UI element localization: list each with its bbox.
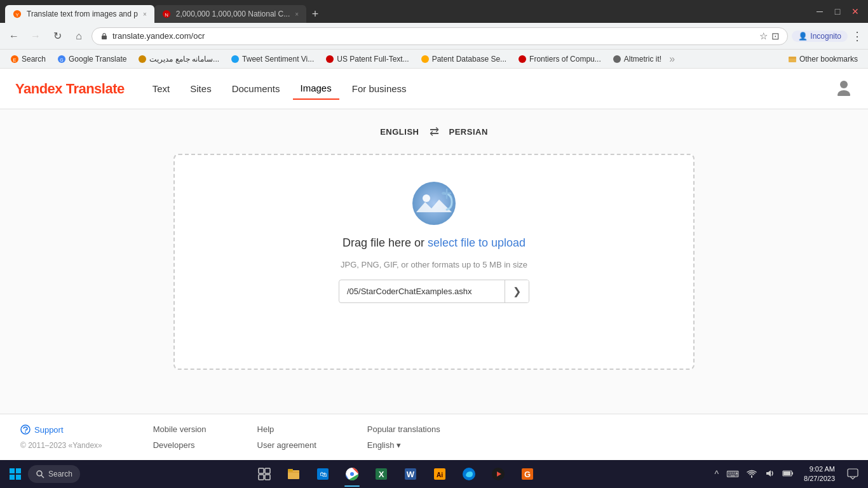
taskbar-clock[interactable]: 9:02 AM 8/27/2023 <box>799 464 840 484</box>
taskbar-app-illustrator[interactable]: Ai <box>426 460 454 488</box>
taskbar-app-store[interactable]: 🛍 <box>309 460 337 488</box>
notification-icon <box>847 468 858 480</box>
footer-col-3: Help User agreement <box>257 424 316 450</box>
svg-text:Y: Y <box>15 12 19 18</box>
bookmark-altmetric[interactable]: Altmetric it! <box>607 53 667 65</box>
target-language-button[interactable]: PERSIAN <box>449 127 488 137</box>
svg-point-17 <box>837 90 850 96</box>
drag-text-before: Drag file here or <box>342 236 428 249</box>
wifi-icon <box>747 468 757 478</box>
language-selector-footer[interactable]: English ▾ <box>367 440 440 450</box>
user-agreement-link[interactable]: User agreement <box>257 440 316 450</box>
tab-bar: Y Translate text from images and p × N 2… <box>5 0 810 23</box>
start-button[interactable] <box>5 464 25 484</box>
developers-link[interactable]: Developers <box>153 440 207 450</box>
yandex-header: Yandex Translate Text Sites Documents Im… <box>0 69 868 109</box>
network-icon[interactable] <box>744 467 759 482</box>
tab-close-2[interactable]: × <box>295 11 299 18</box>
other-bookmarks[interactable]: Other bookmarks <box>783 53 863 65</box>
source-language-button[interactable]: ENGLISH <box>380 127 419 137</box>
tab-documents[interactable]: Documents <box>224 78 288 99</box>
taskbar-app-taskview[interactable] <box>250 460 278 488</box>
tab-for-business[interactable]: For business <box>344 78 414 99</box>
select-file-link[interactable]: select file to upload <box>428 236 526 249</box>
forward-button[interactable]: → <box>27 27 44 45</box>
svg-text:X: X <box>379 470 384 479</box>
browser-menu-button[interactable]: ⋮ <box>851 29 863 43</box>
taskbar-app-edge[interactable] <box>455 460 483 488</box>
taskbar-app-9[interactable]: G <box>513 460 541 488</box>
bookmark-tweet[interactable]: Tweet Sentiment Vi... <box>226 53 319 65</box>
keyboard-icon[interactable]: ⌨ <box>724 468 742 480</box>
bookmark-favicon-google: G <box>57 55 66 64</box>
taskbar-app-media-player[interactable] <box>484 460 512 488</box>
bookmark-samane[interactable]: سامانه جامع مدیریت... <box>133 53 224 65</box>
mobile-version-link[interactable]: Mobile version <box>153 424 207 434</box>
taskbar-app-chrome[interactable] <box>338 460 366 488</box>
svg-point-13 <box>519 55 526 63</box>
svg-rect-24 <box>10 475 15 480</box>
swap-languages-icon[interactable]: ⇄ <box>430 125 439 139</box>
address-bar[interactable]: translate.yandex.com/ocr ☆ ⊡ <box>92 27 788 45</box>
bookmark-patent-db[interactable]: Patent Database Se... <box>416 53 512 65</box>
bookmark-search[interactable]: E Search <box>5 53 51 65</box>
svg-rect-29 <box>265 468 270 473</box>
home-button[interactable]: ⌂ <box>70 27 88 45</box>
file-path-input[interactable] <box>339 281 505 301</box>
tab-sites[interactable]: Sites <box>182 78 219 99</box>
windows-logo-icon <box>9 468 22 480</box>
svg-text:Ai: Ai <box>437 471 443 478</box>
popular-translations-link[interactable]: Popular translations <box>367 424 440 434</box>
battery-icon[interactable] <box>780 468 796 480</box>
bookmark-patent[interactable]: US Patent Full-Text... <box>320 53 414 65</box>
taskbar-app-word[interactable]: W <box>397 460 424 488</box>
user-account-icon[interactable] <box>835 78 853 100</box>
svg-point-11 <box>326 55 334 63</box>
close-button[interactable]: ✕ <box>848 4 863 19</box>
svg-point-16 <box>840 81 848 88</box>
taskbar-search-bar[interactable]: Search <box>28 465 80 483</box>
help-link[interactable]: Help <box>257 424 316 434</box>
address-icons: ☆ ⊡ <box>759 30 780 42</box>
back-button[interactable]: ← <box>5 27 23 45</box>
tab-text[interactable]: Text <box>145 78 178 99</box>
minimize-button[interactable]: ─ <box>812 4 827 19</box>
svg-rect-23 <box>16 468 21 473</box>
svg-line-27 <box>41 475 44 478</box>
taskbar-tray: ^ ⌨ <box>712 467 796 482</box>
support-icon <box>20 424 31 435</box>
refresh-button[interactable]: ↻ <box>48 27 66 45</box>
bookmark-label-google: Google Translate <box>69 55 126 64</box>
tab-close-1[interactable]: × <box>143 11 147 18</box>
star-icon[interactable]: ☆ <box>759 30 768 42</box>
taskbar-app-explorer[interactable] <box>280 460 308 488</box>
bookmarks-overflow-icon[interactable]: » <box>669 53 675 65</box>
taskbar-app-excel[interactable]: X <box>367 460 395 488</box>
show-hidden-icons-button[interactable]: ^ <box>712 468 721 480</box>
file-formats-text: JPG, PNG, GIF, or other formats up to 5 … <box>341 260 527 269</box>
maximize-button[interactable]: □ <box>830 4 845 19</box>
bookmark-favicon-altmetric <box>613 55 621 64</box>
bookmark-google-translate[interactable]: G Google Translate <box>52 53 132 65</box>
tab-images[interactable]: Images <box>293 78 339 100</box>
image-drop-zone[interactable]: Drag file here or select file to upload … <box>173 154 695 370</box>
logo-text: Yandex Translate <box>15 81 125 97</box>
new-tab-button[interactable]: + <box>306 5 324 23</box>
support-link[interactable]: Support <box>20 424 102 435</box>
svg-rect-33 <box>288 469 293 471</box>
volume-icon[interactable] <box>762 467 777 482</box>
app-content: Yandex Translate Text Sites Documents Im… <box>0 69 868 460</box>
tab-active[interactable]: Y Translate text from images and p × <box>5 5 154 23</box>
profile-button[interactable]: 👤 Incognito <box>792 30 848 42</box>
tab-inactive[interactable]: N 2,000,000 1,000,000 National C... × <box>154 5 306 23</box>
nav-tabs: Text Sites Documents Images For business <box>145 78 815 100</box>
svg-rect-4 <box>102 36 107 39</box>
taskbar-apps: 🛍 X W <box>83 460 709 488</box>
file-browse-button[interactable]: ❯ <box>505 280 529 302</box>
bookmark-frontiers[interactable]: Frontiers of Compu... <box>513 53 606 65</box>
bookmark-label-search: Search <box>22 55 46 64</box>
notification-button[interactable] <box>843 464 863 484</box>
split-view-icon[interactable]: ⊡ <box>771 30 780 42</box>
svg-text:W: W <box>407 470 415 479</box>
svg-text:N: N <box>165 12 168 18</box>
